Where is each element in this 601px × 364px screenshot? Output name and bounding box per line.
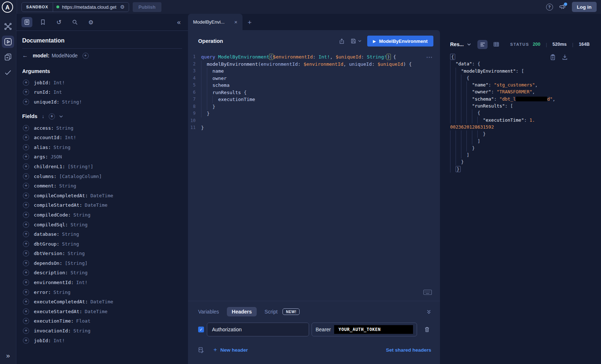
add-all-fields-icon[interactable]: + xyxy=(49,113,55,120)
tab-script[interactable]: Script xyxy=(265,309,278,315)
history-icon[interactable]: ↺ xyxy=(53,17,64,27)
code-line[interactable]: 4owner xyxy=(188,75,440,82)
add-to-query-icon[interactable]: + xyxy=(23,134,29,141)
back-arrow-icon[interactable]: ← xyxy=(22,52,28,59)
add-to-query-icon[interactable]: + xyxy=(23,337,29,344)
field-type: Int! xyxy=(65,135,76,140)
line-content: 0023620128631592 xyxy=(450,124,494,130)
collapse-section-icon[interactable] xyxy=(426,310,431,314)
apollo-logo-icon[interactable]: A xyxy=(1,0,14,13)
response-dropdown-chevron-icon[interactable] xyxy=(467,43,471,46)
code-line[interactable]: 7executionTime xyxy=(188,96,440,103)
sort-fields-icon[interactable]: ↓ xyxy=(42,113,44,119)
announcements-megaphone-icon[interactable] xyxy=(559,4,566,11)
login-button[interactable]: Log in xyxy=(572,2,597,12)
field-name: runId: xyxy=(34,89,51,95)
endpoint-settings-gear-icon[interactable]: ⚙ xyxy=(119,4,125,10)
response-json: {"data": {"modelByEnvironment": [{"name"… xyxy=(450,53,601,173)
set-shared-headers-link[interactable]: Set shared headers xyxy=(386,347,431,353)
endpoint-url-box[interactable]: https://metadata.cloud.get ⚙ xyxy=(53,4,129,10)
code-line[interactable]: 10 xyxy=(188,117,440,125)
indent-guide xyxy=(201,82,207,89)
add-to-query-icon[interactable]: + xyxy=(23,144,29,150)
endpoint-url[interactable]: https://metadata.cloud.get xyxy=(62,4,117,10)
add-to-query-icon[interactable]: + xyxy=(23,231,29,237)
table-view-toggle-icon[interactable] xyxy=(491,40,501,49)
bookmark-icon[interactable] xyxy=(37,17,48,27)
add-to-query-icon[interactable]: + xyxy=(23,163,29,170)
auth-token-value[interactable]: YOUR_AUTH_TOKEN xyxy=(334,325,413,334)
add-to-query-icon[interactable]: + xyxy=(23,193,29,199)
code-line[interactable]: 5schema xyxy=(188,82,440,89)
new-tab-icon[interactable]: + xyxy=(248,19,252,27)
add-to-query-icon[interactable]: + xyxy=(23,89,29,95)
breadcrumb-type[interactable]: ModelNode xyxy=(52,53,78,58)
add-to-query-icon[interactable]: + xyxy=(23,279,29,286)
add-to-query-icon[interactable]: + xyxy=(23,212,29,218)
operation-collection-icon[interactable] xyxy=(2,51,14,63)
operation-tab[interactable]: ModelByEnvi... × xyxy=(188,14,243,30)
editor-more-icon[interactable]: ⋯ xyxy=(426,53,433,61)
chevron-down-icon[interactable] xyxy=(59,115,63,118)
raw-view-toggle-icon[interactable] xyxy=(477,40,488,49)
code-line[interactable]: 8} xyxy=(188,103,440,110)
documentation-tab-icon[interactable] xyxy=(21,17,32,27)
add-to-query-icon[interactable]: + xyxy=(23,173,29,179)
help-icon[interactable]: ? xyxy=(546,4,553,11)
add-to-query-icon[interactable]: + xyxy=(23,183,29,189)
header-enabled-checkbox[interactable]: ✓ xyxy=(198,327,204,332)
add-to-query-icon[interactable]: + xyxy=(23,328,29,334)
code-line[interactable]: 11} xyxy=(188,124,440,132)
code-line[interactable]: 3name xyxy=(188,68,440,75)
close-tab-icon[interactable]: × xyxy=(234,19,237,25)
add-to-query-icon[interactable]: + xyxy=(23,125,29,131)
add-to-query-icon[interactable]: + xyxy=(23,154,29,160)
checklist-icon[interactable] xyxy=(2,66,14,78)
line-content: ] xyxy=(450,138,480,145)
add-to-query-icon[interactable]: + xyxy=(23,99,29,105)
run-operation-button[interactable]: ▶ ModelByEnvironment xyxy=(367,36,433,46)
code-line[interactable]: 9} xyxy=(188,110,440,117)
expand-rail-icon[interactable]: » xyxy=(6,352,10,360)
delete-header-icon[interactable] xyxy=(424,327,430,332)
keyboard-shortcuts-icon[interactable] xyxy=(423,290,432,295)
download-response-icon[interactable] xyxy=(562,54,568,60)
code-line[interactable]: 6runResults { xyxy=(188,89,440,96)
add-to-query-icon[interactable]: + xyxy=(23,260,29,266)
add-to-query-icon[interactable]: + xyxy=(23,80,29,86)
search-icon[interactable] xyxy=(69,17,80,27)
share-icon[interactable] xyxy=(339,38,345,44)
publish-button[interactable]: Publish xyxy=(133,2,161,12)
explorer-play-icon[interactable] xyxy=(2,36,14,48)
add-to-query-icon[interactable]: + xyxy=(23,270,29,276)
edit-headers-as-json-icon[interactable] xyxy=(198,347,204,353)
tab-headers[interactable]: Headers xyxy=(227,307,256,316)
token: { xyxy=(477,110,480,116)
add-to-query-icon[interactable]: + xyxy=(23,308,29,315)
add-to-query-icon[interactable]: + xyxy=(23,318,29,324)
add-to-query-icon[interactable]: + xyxy=(23,250,29,256)
code-line[interactable]: 1query ModelByEnvironment($environmentId… xyxy=(188,53,440,61)
add-to-query-icon[interactable]: + xyxy=(23,299,29,305)
settings-gear-icon[interactable]: ⚙ xyxy=(85,17,96,27)
header-value-field[interactable]: Bearer YOUR_AUTH_TOKEN xyxy=(312,323,417,336)
save-options-chevron-icon[interactable] xyxy=(358,40,361,42)
connection-status-dot xyxy=(56,5,59,8)
add-to-query-icon[interactable]: + xyxy=(23,222,29,228)
collapse-panel-icon[interactable]: « xyxy=(177,19,181,26)
new-header-button[interactable]: + New header xyxy=(213,346,248,353)
operation-editor[interactable]: 1query ModelByEnvironment($environmentId… xyxy=(188,52,440,301)
add-to-query-icon[interactable]: + xyxy=(23,289,29,295)
add-to-query-icon[interactable]: + xyxy=(83,53,89,59)
header-key-input[interactable] xyxy=(207,323,309,336)
add-to-query-icon[interactable]: + xyxy=(23,202,29,208)
indent-guide xyxy=(466,130,472,137)
tab-variables[interactable]: Variables xyxy=(198,309,219,315)
token: , xyxy=(535,82,538,88)
code-line[interactable]: 2modelByEnvironment(environmentId: $envi… xyxy=(188,61,440,68)
response-title[interactable]: Res... xyxy=(450,41,464,47)
copy-response-icon[interactable] xyxy=(550,54,556,60)
add-to-query-icon[interactable]: + xyxy=(23,241,29,247)
save-icon[interactable] xyxy=(350,38,356,44)
schema-graph-icon[interactable] xyxy=(2,20,14,33)
